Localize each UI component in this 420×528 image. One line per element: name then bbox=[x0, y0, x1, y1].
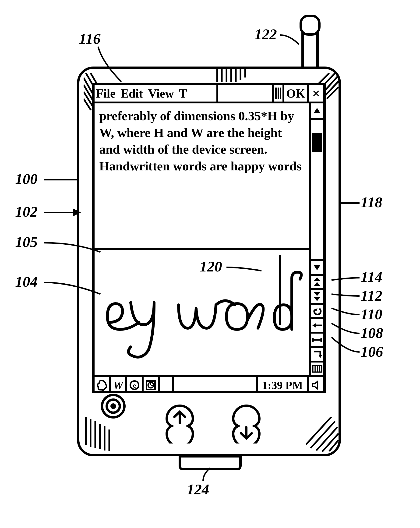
svg-marker-65 bbox=[74, 210, 79, 215]
leader-lines bbox=[0, 0, 420, 528]
